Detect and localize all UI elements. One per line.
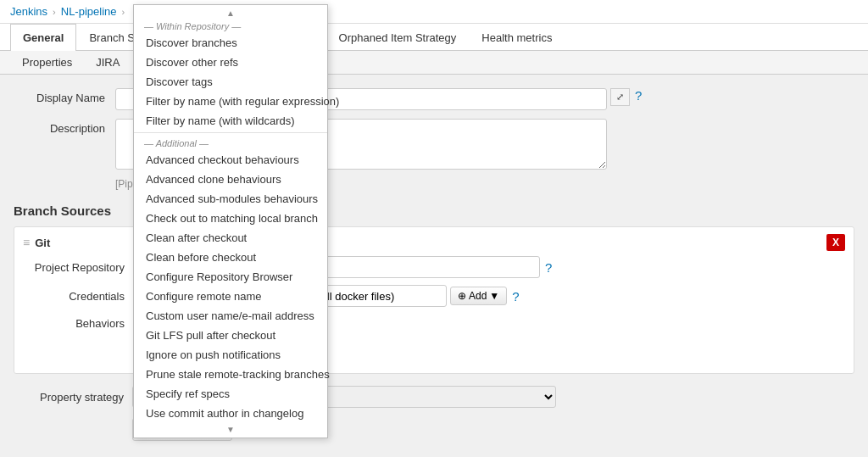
expand-icon[interactable]: ⤢ xyxy=(610,88,630,106)
add-behavior-dropdown-container: Add ▼ ▲ — Within Repository — Discover b… xyxy=(133,343,186,365)
add-credentials-label: Add xyxy=(469,290,487,302)
sub-tab-properties[interactable]: Properties xyxy=(10,51,84,74)
breadcrumb-sep-2: › xyxy=(122,7,125,17)
dropdown-caret-up: ▲ xyxy=(134,8,327,18)
dropdown-item-filter-regex[interactable]: Filter by name (with regular expression) xyxy=(134,92,327,111)
tab-orphaned-item-strategy[interactable]: Orphaned Item Strategy xyxy=(326,24,470,51)
sub-tab-jira[interactable]: JIRA xyxy=(84,51,131,74)
branch-source-box: X ≡ Git Project Repository ? Credentials… xyxy=(14,226,854,374)
breadcrumb-sep-1: › xyxy=(53,7,56,17)
dropdown-item-configure-repo-browser[interactable]: Configure Repository Browser xyxy=(134,267,327,287)
dropdown-item-advanced-clone[interactable]: Advanced clone behaviours xyxy=(134,170,327,189)
property-strategy-label: Property strategy xyxy=(14,391,132,404)
sub-tab-bar: Properties JIRA Pipeline Libraries xyxy=(0,51,868,75)
add-credentials-caret: ▼ xyxy=(489,290,499,302)
breadcrumb: Jenkins › NL-pipeline › xyxy=(0,0,868,24)
credentials-label: Credentials xyxy=(23,290,133,303)
behaviors-label: Behaviors xyxy=(23,314,133,330)
git-title-text: Git xyxy=(35,237,50,249)
dropdown-item-check-out-matching[interactable]: Check out to matching local branch xyxy=(134,209,327,228)
main-tab-bar: General Branch Sources Branch Pipeline T… xyxy=(0,24,868,51)
drag-handle-icon: ≡ xyxy=(23,236,30,249)
dropdown-item-discover-branches[interactable]: Discover branches xyxy=(134,33,327,53)
additional-section: — Additional — xyxy=(134,135,327,150)
within-repository-section: — Within Repository — xyxy=(134,18,327,33)
breadcrumb-jenkins[interactable]: Jenkins xyxy=(10,5,47,18)
project-repository-help[interactable]: ? xyxy=(545,260,552,275)
dropdown-item-specify-ref-specs[interactable]: Specify ref specs xyxy=(134,384,327,404)
dropdown-item-discover-other-refs[interactable]: Discover other refs xyxy=(134,53,327,72)
description-label: Description xyxy=(14,119,115,135)
dropdown-item-filter-wildcards[interactable]: Filter by name (with wildcards) xyxy=(134,111,327,131)
display-name-label: Display Name xyxy=(14,88,115,104)
dropdown-item-git-lfs[interactable]: Git LFS pull after checkout xyxy=(134,326,327,345)
dropdown-item-configure-remote-name[interactable]: Configure remote name xyxy=(134,287,327,306)
dropdown-item-clean-before-checkout[interactable]: Clean before checkout xyxy=(134,248,327,267)
dropdown-item-ignore-push[interactable]: Ignore on push notifications xyxy=(134,345,327,365)
dropdown-item-custom-user[interactable]: Custom user name/e-mail address xyxy=(134,306,327,326)
dropdown-item-clean-after-checkout[interactable]: Clean after checkout xyxy=(134,228,327,248)
add-behavior-row: Add ▼ ▲ — Within Repository — Discover b… xyxy=(133,343,845,365)
project-repository-label: Project Repository xyxy=(23,261,133,274)
dropdown-item-prune-stale[interactable]: Prune stale remote-tracking branches xyxy=(134,365,327,384)
delete-git-button[interactable]: X xyxy=(826,234,845,251)
behavior-dropdown-menu: ▲ — Within Repository — Discover branche… xyxy=(133,4,328,438)
display-name-help[interactable]: ? xyxy=(635,88,642,103)
add-icon: ⊕ xyxy=(458,290,466,302)
dropdown-item-advanced-submodules[interactable]: Advanced sub-modules behaviours xyxy=(134,189,327,209)
dropdown-item-use-commit-author[interactable]: Use commit author in changelog xyxy=(134,404,327,423)
dropdown-caret-down: ▼ xyxy=(134,425,327,434)
tab-health-metrics[interactable]: Health metrics xyxy=(469,24,565,51)
dropdown-item-discover-tags[interactable]: Discover tags xyxy=(134,72,327,92)
credentials-help[interactable]: ? xyxy=(512,289,519,304)
dropdown-item-advanced-checkout[interactable]: Advanced checkout behaviours xyxy=(134,150,327,170)
dropdown-divider xyxy=(134,132,327,133)
add-credentials-button[interactable]: ⊕ Add ▼ xyxy=(450,287,507,305)
tab-general[interactable]: General xyxy=(10,24,76,51)
main-content: Display Name ⤢ ? Description [Pipeline] … xyxy=(0,75,868,454)
breadcrumb-nl-pipeline[interactable]: NL-pipeline xyxy=(61,5,117,18)
